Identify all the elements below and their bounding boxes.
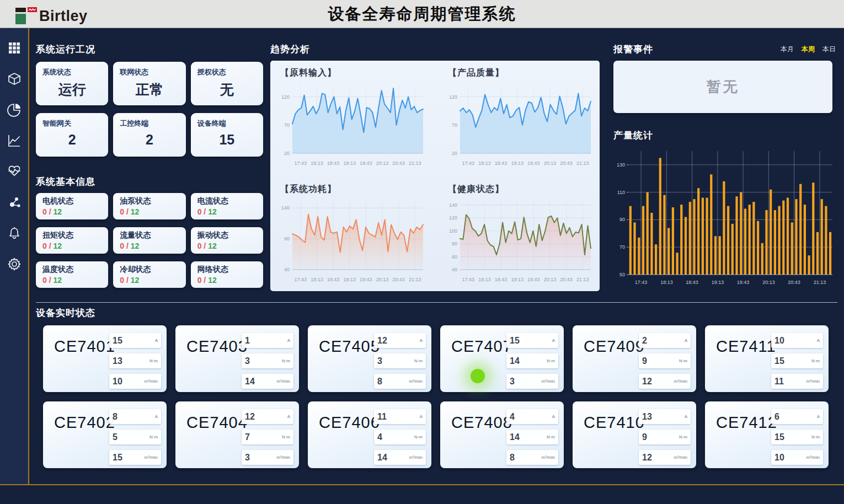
info-card-3: 扭矩状态0 / 12 [36,227,108,254]
svg-text:100: 100 [449,228,457,234]
svg-text:18:43: 18:43 [327,277,340,282]
device-name: CE7402 [54,414,115,432]
section-title-devices: 设备实时状态 [36,307,95,319]
device-metric-unit: N·m [414,435,423,439]
svg-text:70: 70 [619,244,625,250]
device-metric-unit: m³/min [674,455,687,460]
sidebar-item-alerts[interactable] [7,226,22,241]
section-title-trend: 趋势分析 [270,43,310,56]
device-metric-value: 3 [377,356,382,366]
info-card-label: 电流状态 [197,196,257,206]
device-card-ce7407[interactable]: CE740715A14N·m3m³/min [440,325,564,392]
device-metric-row: 4A [506,409,558,424]
device-card-ce7412[interactable]: CE74126A15N·m10m³/min [705,401,829,468]
system-status-cards: 系统状态运行联网状态正常授权状态无智能网关2工控终端2设备终端15 [36,62,263,157]
device-card-ce7408[interactable]: CE74084A14N·m8m³/min [440,401,564,468]
svg-text:140: 140 [449,202,457,208]
svg-text:18:43: 18:43 [495,277,508,282]
device-card-ce7403[interactable]: CE74031A3N·m14m³/min [175,325,299,392]
info-card-label: 网络状态 [197,265,257,275]
svg-text:19:13: 19:13 [712,280,724,285]
device-metric-unit: A [155,414,158,419]
device-metric-unit: A [552,414,555,419]
device-metric-value: 14 [377,453,387,463]
page-title: 设备全寿命周期管理系统 [0,0,844,28]
device-metric-value: 15 [774,356,784,366]
sidebar-item-model[interactable] [7,71,22,87]
device-metric-unit: N·m [811,435,820,439]
device-metric-row: 11m³/min [771,374,823,389]
device-metric-row: 12m³/min [639,450,691,465]
device-metric-unit: A [552,338,555,343]
info-card-value: 0 / 12 [197,207,257,216]
device-card-ce7405[interactable]: CE740512A3N·m8m³/min [308,325,431,392]
device-metric-row: 1A [242,333,293,348]
device-metric-value: 7 [245,432,250,442]
status-card-value: 正常 [120,81,179,99]
device-card-ce7410[interactable]: CE741013A9N·m12m³/min [573,401,696,468]
svg-text:17:43: 17:43 [635,280,648,285]
device-name: CE7404 [186,414,248,432]
device-card-ce7402[interactable]: CE74028A5N·m15m³/min [43,401,167,468]
status-card-0: 系统状态运行 [36,62,108,105]
svg-text:40: 40 [452,267,457,272]
device-card-ce7404[interactable]: CE740412A7N·m3m³/min [175,401,299,468]
device-metric-row: 5N·m [109,430,161,444]
sidebar-item-trend[interactable] [7,133,22,148]
svg-text:80: 80 [452,241,457,246]
svg-text:20:13: 20:13 [544,160,557,166]
device-metric-row: 12A [242,409,293,424]
svg-text:19:43: 19:43 [360,277,372,282]
device-metric-row: 13N·m [109,353,161,368]
heart-pulse-icon [7,164,22,179]
device-metric-unit: N·m [811,358,820,363]
device-metric-unit: m³/min [277,379,290,384]
device-metric-unit: A [685,338,687,343]
system-power-panel: 【系统功耗】140904017:4318:1318:4319:1319:4320… [276,183,426,291]
sidebar-item-topology[interactable] [7,195,22,210]
device-metric-value: 4 [510,412,515,422]
device-card-ce7409[interactable]: CE74092A9N·m12m³/min [573,325,696,392]
device-metric-row: 3N·m [374,353,426,368]
svg-text:20:43: 20:43 [560,277,573,282]
sidebar-item-apps[interactable] [7,40,22,56]
device-metric-unit: A [817,338,820,343]
info-card-2: 电流状态0 / 12 [191,193,263,219]
device-metric-value: 15 [510,336,520,346]
health-status-panel: 【健康状态】14012010080604017:4318:1318:4319:1… [444,183,594,291]
device-metric-value: 10 [113,377,122,387]
app-root: Birtley 设备全寿命周期管理系统 系统运行工况 系统状态运行联网状 [0,0,844,504]
sidebar-item-health[interactable] [7,164,22,179]
production-bar-chart: 13011090705017:4318:1318:4319:1319:4320:… [610,141,837,290]
device-metric-unit: N·m [547,358,555,363]
device-metric-value: 15 [113,336,122,346]
svg-text:19:43: 19:43 [360,160,372,166]
device-metric-unit: N·m [414,358,423,363]
system-power-title: 【系统功耗】 [280,184,426,195]
device-metric-row: 15m³/min [109,450,161,465]
svg-text:18:13: 18:13 [478,160,491,166]
device-card-ce7411[interactable]: CE741110A15N·m11m³/min [705,325,829,392]
device-metric-row: 10A [771,333,823,348]
device-metric-unit: m³/min [145,379,158,384]
alarm-tab-0[interactable]: 本月 [781,45,794,54]
header: Birtley 设备全寿命周期管理系统 [0,0,844,28]
info-card-value: 0 / 12 [120,242,179,250]
device-card-ce7406[interactable]: CE740611A4N·m14m³/min [308,401,431,468]
device-metric-unit: A [420,338,423,343]
sidebar-item-analytics[interactable] [7,102,22,117]
gear-icon [7,257,22,271]
svg-text:20:43: 20:43 [392,160,405,166]
sidebar-item-settings[interactable] [7,256,22,272]
device-metric-value: 12 [377,336,387,346]
device-metric-unit: N·m [282,435,290,439]
svg-text:60: 60 [452,254,457,260]
device-card-ce7401[interactable]: CE740115A13N·m10m³/min [43,325,167,392]
alarm-empty-text: 暂无 [707,77,740,96]
device-metric-value: 12 [642,377,652,387]
device-metric-value: 12 [245,412,255,422]
status-card-label: 授权状态 [197,67,257,77]
alarm-tab-2[interactable]: 本日 [822,45,836,54]
alarm-tab-1[interactable]: 本周 [802,45,815,54]
device-metric-unit: N·m [547,435,555,439]
